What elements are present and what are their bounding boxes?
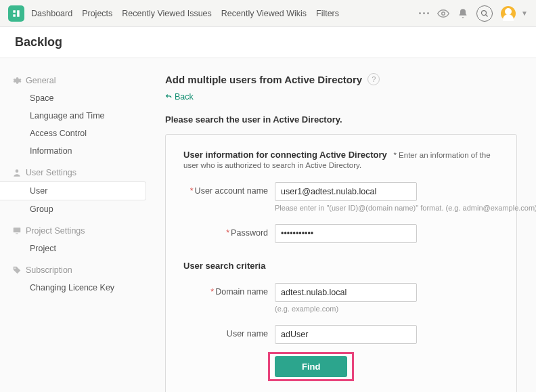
app-logo[interactable] [8,5,24,22]
domain-label: *Domain name [183,283,268,297]
account-input[interactable] [275,182,417,201]
instruction-text: Please search the user in Active Directo… [165,114,517,125]
sidebar: General Space Language and Time Access C… [0,58,146,392]
undo-icon [165,93,172,100]
nav-recent-issues[interactable]: Recently Viewed Issues [122,9,211,18]
back-link[interactable]: Back [165,92,194,102]
sidebar-group-label: Subscription [26,265,72,275]
nav-projects[interactable]: Projects [82,9,112,18]
sidebar-item-space[interactable]: Space [0,89,146,107]
form-panel: User information for connecting Active D… [165,134,517,392]
tag-icon [12,265,22,275]
password-input[interactable] [275,224,417,243]
more-icon[interactable] [419,12,429,14]
nav-dashboard[interactable]: Dashboard [31,9,72,18]
top-bar: Dashboard Projects Recently Viewed Issue… [0,0,536,27]
user-icon [12,168,22,177]
sidebar-group-user-settings: User Settings [0,164,146,181]
sidebar-item-information[interactable]: Information [0,142,146,160]
top-nav: Dashboard Projects Recently Viewed Issue… [31,9,339,18]
svg-point-1 [482,10,487,15]
svg-point-3 [16,169,19,173]
sidebar-group-project-settings: Project Settings [0,222,146,240]
svg-rect-5 [16,234,18,234]
topbar-actions: ▼ [419,5,528,22]
nav-filters[interactable]: Filters [316,9,339,18]
sidebar-item-user[interactable]: User [0,181,146,200]
svg-rect-4 [14,227,21,232]
main-heading: Add multiple users from Active Directory… [165,73,517,85]
watch-icon[interactable] [437,7,449,20]
account-hint: Please enter in "(user ID)@(domain name)… [275,204,417,212]
domain-input[interactable] [275,283,417,302]
help-icon[interactable]: ? [367,73,380,85]
section-search-title: User search criteria [183,261,265,271]
sidebar-group-label: Project Settings [26,226,85,236]
sidebar-item-project[interactable]: Project [0,240,146,257]
sidebar-group-general: General [0,72,146,89]
chevron-down-icon[interactable]: ▼ [521,9,528,17]
gear-icon [12,76,22,85]
svg-point-0 [442,12,445,15]
sidebar-group-subscription: Subscription [0,261,146,279]
user-avatar[interactable] [501,6,516,21]
username-input[interactable] [275,325,417,344]
page-title: Backlog [0,27,536,58]
account-label: *User account name [183,182,268,196]
sidebar-item-licence[interactable]: Changing Licence Key [0,279,146,297]
bell-icon[interactable] [457,8,468,19]
sidebar-item-group[interactable]: Group [0,200,146,218]
password-label: *Password [183,224,268,238]
domain-hint: (e.g. example.com) [275,305,417,313]
svg-point-6 [14,267,16,269]
screen-icon [12,226,22,236]
search-button[interactable] [476,5,493,22]
svg-line-2 [486,14,488,16]
find-button[interactable]: Find [275,356,347,377]
main-content: Add multiple users from Active Directory… [146,58,536,392]
section-auth-title: User information for connecting Active D… [183,150,387,160]
sidebar-item-access[interactable]: Access Control [0,125,146,142]
nav-recent-wikis[interactable]: Recently Viewed Wikis [221,9,307,18]
sidebar-item-language[interactable]: Language and Time [0,107,146,125]
username-label: User name [183,325,268,339]
sidebar-group-label: General [26,76,55,85]
sidebar-group-label: User Settings [26,168,76,177]
